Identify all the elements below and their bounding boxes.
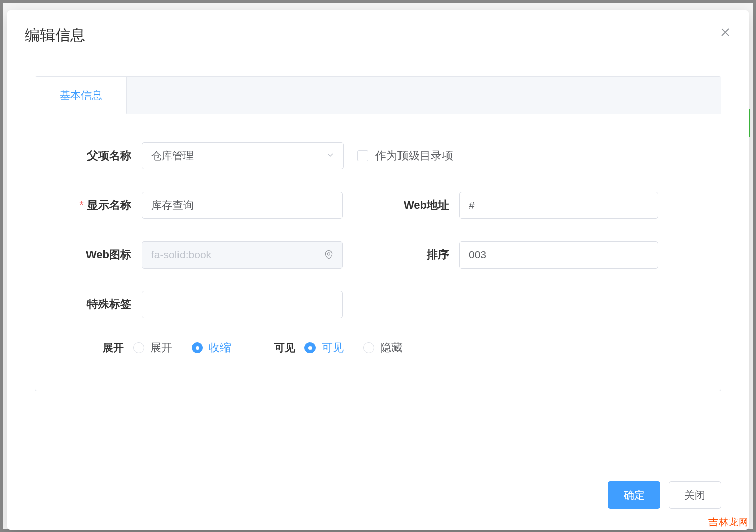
form: 父项名称 仓库管理 作为顶级目录项 (35, 114, 721, 391)
close-button[interactable]: 关闭 (669, 481, 721, 509)
tabs-header: 基本信息 (35, 77, 721, 114)
radio-expand-collapse[interactable]: 收缩 (192, 340, 231, 356)
expand-label: 展开 (100, 341, 133, 355)
dialog-title: 编辑信息 (25, 25, 85, 46)
sort-input[interactable] (459, 241, 658, 269)
parent-select-value: 仓库管理 (151, 149, 194, 163)
visible-label: 可见 (272, 341, 304, 355)
radio-icon (192, 342, 203, 353)
parent-select[interactable]: 仓库管理 (142, 142, 344, 169)
radio-icon (304, 342, 316, 353)
edit-dialog: 编辑信息 基本信息 父项名称 仓库管理 (7, 10, 749, 530)
special-tag-label: 特殊标签 (66, 297, 142, 312)
radio-label: 隐藏 (380, 340, 403, 356)
icon-picker-button[interactable] (315, 241, 343, 269)
checkbox-icon (357, 150, 368, 161)
radio-icon (363, 342, 374, 353)
close-icon[interactable] (719, 25, 731, 40)
radio-label: 可见 (322, 340, 344, 356)
display-name-input[interactable] (142, 192, 343, 219)
dialog-header: 编辑信息 (7, 10, 749, 56)
radio-label: 展开 (150, 340, 172, 356)
location-icon (324, 250, 334, 260)
parent-label: 父项名称 (66, 148, 142, 163)
sort-label: 排序 (388, 247, 459, 262)
radio-visible-hidden[interactable]: 隐藏 (363, 340, 403, 356)
top-level-checkbox[interactable]: 作为顶级目录项 (357, 148, 453, 163)
top-level-label: 作为顶级目录项 (375, 148, 453, 163)
svg-point-0 (328, 253, 330, 255)
web-icon-label: Web图标 (66, 247, 142, 262)
tabs-container: 基本信息 父项名称 仓库管理 (35, 76, 721, 391)
radio-visible-yes[interactable]: 可见 (304, 340, 344, 356)
dialog-footer: 确定 关闭 (7, 481, 749, 530)
web-url-input[interactable] (459, 192, 658, 219)
watermark: 吉林龙网 (708, 516, 749, 529)
special-tag-input[interactable] (142, 291, 343, 318)
radio-expand-open[interactable]: 展开 (133, 340, 172, 356)
radio-label: 收缩 (209, 340, 231, 356)
tab-filler (127, 77, 721, 114)
radio-icon (133, 342, 144, 353)
dialog-body: 基本信息 父项名称 仓库管理 (7, 56, 749, 481)
display-name-label: 显示名称 (66, 198, 142, 213)
confirm-button[interactable]: 确定 (608, 481, 660, 509)
tab-basic-info[interactable]: 基本信息 (35, 77, 127, 114)
chevron-down-icon (326, 151, 334, 161)
web-icon-input: fa-solid:book (142, 241, 315, 269)
web-url-label: Web地址 (388, 198, 459, 213)
